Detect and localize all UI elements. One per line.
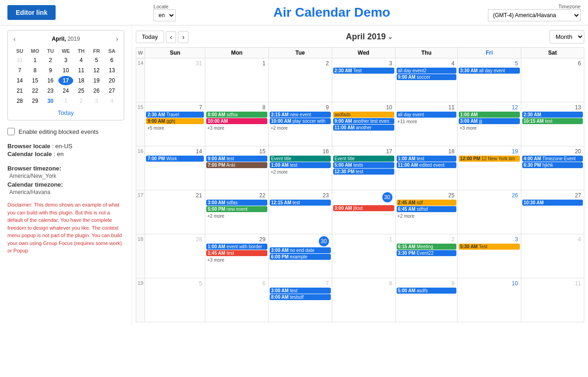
mini-day[interactable]: 5	[89, 56, 104, 65]
mini-day[interactable]: 22	[28, 86, 42, 95]
prev-button[interactable]: ‹	[166, 31, 177, 43]
mini-day[interactable]: 16	[43, 76, 57, 85]
event[interactable]: all day event2	[397, 68, 456, 74]
calendar-day[interactable]: 1	[332, 234, 395, 278]
event[interactable]: 6:45 AM sdfsd	[397, 206, 456, 212]
mini-day[interactable]: 12	[89, 66, 104, 75]
calendar-day[interactable]: 10	[457, 278, 521, 322]
event[interactable]: 3:30 AM all day event	[459, 68, 520, 74]
more-events-link[interactable]: +5 more	[146, 125, 165, 131]
calendar-day[interactable]: 7 2:30 AM Travel 9:00 AM gghj +5 more	[145, 102, 205, 146]
mini-day[interactable]: 8	[28, 66, 42, 75]
calendar-day[interactable]: 15 9:00 AM test 7:00 PM Anki	[205, 146, 269, 190]
event[interactable]: Event title	[333, 156, 394, 162]
mini-day[interactable]: 14	[13, 76, 27, 85]
calendar-day[interactable]: 29 1:00 AM event with border 1:45 AM tes…	[205, 234, 269, 278]
event[interactable]: 12:30 PM test	[333, 169, 394, 175]
mini-day[interactable]: 26	[89, 86, 104, 95]
calendar-day[interactable]: 3 5:30 AM Test	[457, 234, 521, 278]
more-events-link[interactable]: +3 more	[206, 125, 225, 131]
enable-editing-label[interactable]: Enable editing blocked events	[19, 128, 99, 135]
calendar-day[interactable]: 22 3:00 AM sdfas 5:00 PM new event +2 mo…	[205, 190, 269, 234]
event[interactable]: 9:00 AM another test even	[333, 118, 394, 124]
event[interactable]: 2:15 AM new event	[270, 112, 331, 118]
mini-day[interactable]: 30	[43, 96, 57, 106]
calendar-title-button[interactable]: April 2019 ⌄	[346, 32, 392, 42]
mini-day[interactable]: 9	[43, 66, 57, 75]
calendar-day[interactable]: 28	[145, 234, 205, 278]
event[interactable]: 2:30 AM	[522, 112, 583, 118]
mini-day[interactable]: 27	[105, 86, 119, 95]
calendar-day[interactable]: 3 2:30 AM Test	[332, 58, 395, 102]
mini-day[interactable]: 18	[74, 76, 89, 85]
calendar-day[interactable]: 7 3:00 AM test 8:00 AM testsdf	[268, 278, 332, 322]
event[interactable]: 11:00 AM another	[333, 125, 394, 131]
mini-day[interactable]: 24	[58, 86, 73, 95]
locale-select[interactable]: en	[153, 9, 176, 21]
calendar-day[interactable]: 5	[145, 278, 205, 322]
event[interactable]: 9:00 AM test	[206, 156, 267, 162]
event[interactable]: 2:30 AM Travel	[146, 112, 204, 118]
event[interactable]: 10:30 AM	[522, 200, 583, 206]
event[interactable]: 5:30 AM Test	[459, 244, 520, 250]
calendar-day[interactable]: 5 3:30 AM all day event	[457, 58, 521, 102]
event[interactable]: 6:15 AM Meeting	[397, 244, 456, 250]
event[interactable]: 10:00 AM play soccer with	[270, 118, 331, 124]
calendar-day[interactable]: 8	[332, 278, 395, 322]
calendar-day[interactable]: 20 4:00 AM Timezone Event 6:30 PM hjkhk	[521, 146, 584, 190]
event[interactable]: 3:00 AM jlksd	[333, 205, 394, 211]
view-select[interactable]: Month Week Day	[550, 30, 584, 44]
event[interactable]: 12:15 AM test	[270, 200, 331, 206]
event[interactable]: 11:00 AM edited event	[397, 162, 456, 168]
mini-day[interactable]: 25	[74, 86, 89, 95]
mini-day[interactable]: 2	[43, 56, 57, 65]
event[interactable]: 6:00 PM example	[270, 254, 331, 260]
event[interactable]: 5:00 AM asdfs	[397, 288, 456, 294]
mini-day[interactable]: 4	[105, 96, 119, 106]
mini-day[interactable]: 7	[13, 66, 27, 75]
more-events-link[interactable]: +2 more	[397, 213, 416, 219]
more-events-link[interactable]: +2 more	[270, 169, 289, 175]
editor-link-button[interactable]: Editor link	[7, 5, 56, 20]
calendar-day[interactable]: 11 all day event +11 more	[395, 102, 457, 146]
event[interactable]: 12:00 PM 12 New York tim	[459, 156, 520, 162]
calendar-day[interactable]: 2 6:15 AM Meeting 3:30 PM Event22	[395, 234, 457, 278]
mini-day[interactable]: 29	[28, 96, 42, 106]
event[interactable]: 8:00 AM sdfsa	[206, 112, 267, 118]
mini-day[interactable]: 4	[74, 56, 89, 65]
mini-day[interactable]: 10	[58, 66, 73, 75]
event[interactable]: 5:00 AM tests	[333, 162, 394, 168]
calendar-day[interactable]: 13 2:30 AM 10:15 AM test	[521, 102, 584, 146]
event[interactable]: 3:00 AM test	[270, 288, 331, 294]
mini-day[interactable]: 21	[13, 86, 27, 95]
more-events-link[interactable]: +3 more	[206, 257, 225, 263]
mini-day[interactable]: 28	[13, 96, 27, 106]
calendar-day[interactable]: 18 1:00 AM test 11:00 AM edited event	[395, 146, 457, 190]
event[interactable]: 1:00 AM event with border	[206, 244, 267, 250]
calendar-day[interactable]: 9 5:00 AM asdfs	[395, 278, 457, 322]
calendar-day[interactable]: 1	[205, 58, 269, 102]
event[interactable]: 5:00 PM new event	[206, 206, 267, 212]
event[interactable]: 1:00 AM	[459, 112, 520, 118]
event[interactable]: 8:00 AM testsdf	[270, 294, 331, 300]
next-button[interactable]: ›	[178, 31, 189, 43]
event[interactable]: 3:00 AM jjj	[459, 118, 520, 124]
more-events-link[interactable]: +2 more	[270, 125, 289, 131]
calendar-day[interactable]: 17 Event title 5:00 AM tests 12:30 PM te…	[332, 146, 395, 190]
mini-day[interactable]: 11	[74, 66, 89, 75]
mini-day[interactable]: 6	[105, 56, 119, 65]
mini-day[interactable]: 1	[58, 96, 73, 106]
calendar-day[interactable]: 14 7:00 PM Work	[145, 146, 205, 190]
calendar-day[interactable]: 27 10:30 AM	[521, 190, 584, 234]
mini-day[interactable]: 20	[105, 76, 119, 85]
event[interactable]: 1:00 AM test	[270, 162, 331, 168]
mini-next-button[interactable]: ›	[114, 34, 120, 44]
event[interactable]: 10:15 AM test	[522, 118, 583, 124]
mini-day[interactable]: 19	[89, 76, 104, 85]
mini-day[interactable]: 23	[43, 86, 57, 95]
event[interactable]: 3:00 AM no end date	[270, 247, 331, 253]
mini-day[interactable]: 13	[105, 66, 119, 75]
mini-day[interactable]: 31	[13, 56, 27, 65]
calendar-day[interactable]: 6	[205, 278, 269, 322]
event[interactable]: 4:00 AM Timezone Event	[522, 156, 583, 162]
